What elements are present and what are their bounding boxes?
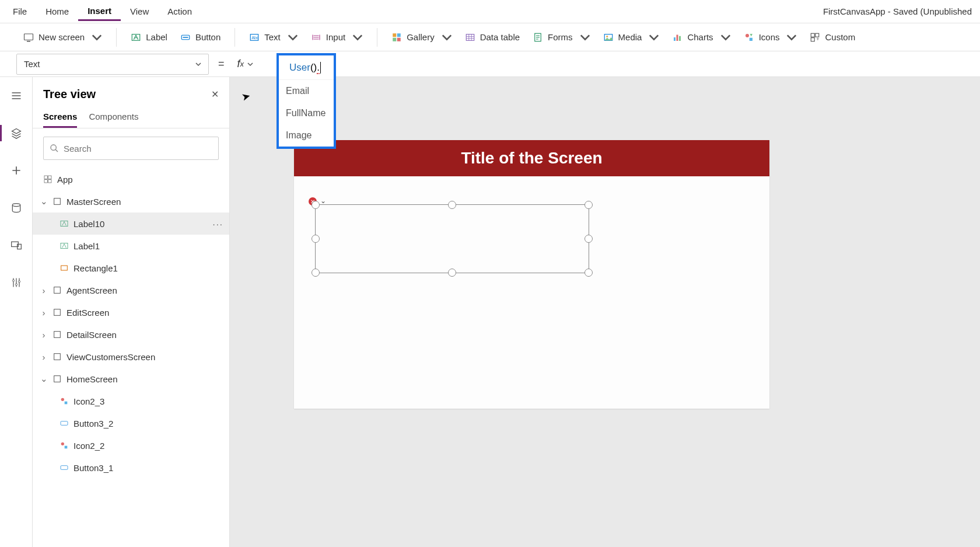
svg-rect-11 bbox=[466, 34, 474, 40]
chevron-down-icon[interactable]: ⌄ bbox=[40, 196, 48, 207]
label-button[interactable]: Label bbox=[126, 29, 172, 46]
fx-button[interactable]: fx bbox=[234, 58, 257, 70]
icon-icon bbox=[60, 441, 69, 450]
autocomplete-item-fullname[interactable]: FullName bbox=[279, 102, 334, 124]
menu-home[interactable]: Home bbox=[36, 3, 78, 20]
charts-label: Charts bbox=[687, 32, 713, 42]
svg-rect-0 bbox=[24, 34, 33, 40]
screen-icon bbox=[23, 32, 34, 43]
input-button[interactable]: Input bbox=[306, 29, 368, 46]
menu-action[interactable]: Action bbox=[158, 3, 201, 20]
chevron-down-icon bbox=[580, 32, 590, 43]
input-icon bbox=[311, 32, 321, 43]
tree-node-button32[interactable]: Button3_2 bbox=[33, 412, 229, 434]
tree-node-button31[interactable]: Button3_1 bbox=[33, 457, 229, 479]
formula-text[interactable]: User(). bbox=[279, 55, 334, 80]
screen-title-bar[interactable]: Title of the Screen bbox=[294, 140, 769, 176]
svg-rect-20 bbox=[811, 33, 815, 37]
tree-node-icon23[interactable]: Icon2_3 bbox=[33, 390, 229, 412]
forms-button[interactable]: Forms bbox=[528, 29, 595, 46]
tab-screens[interactable]: Screens bbox=[43, 107, 77, 128]
chevron-right-icon[interactable]: › bbox=[40, 285, 48, 295]
tree-node-label: Icon2_2 bbox=[74, 441, 104, 451]
resize-handle[interactable] bbox=[448, 201, 456, 209]
chevron-right-icon[interactable]: › bbox=[40, 352, 48, 362]
svg-text:Abc: Abc bbox=[252, 36, 259, 40]
selected-label-box[interactable]: ✕ ⌄ bbox=[315, 204, 589, 273]
svg-rect-41 bbox=[54, 332, 61, 338]
resize-handle[interactable] bbox=[312, 201, 320, 209]
menu-view[interactable]: View bbox=[121, 3, 158, 20]
devices-icon bbox=[10, 239, 22, 251]
tree-view-button[interactable] bbox=[6, 123, 27, 144]
tab-components[interactable]: Components bbox=[89, 107, 138, 128]
chevron-right-icon[interactable]: › bbox=[40, 330, 48, 340]
data-button[interactable] bbox=[6, 197, 27, 218]
icons-button[interactable]: Icons bbox=[739, 29, 802, 46]
formula-input[interactable] bbox=[262, 54, 964, 75]
tree-search[interactable] bbox=[43, 137, 219, 160]
resize-handle[interactable] bbox=[312, 235, 320, 243]
error-chevron-icon[interactable]: ⌄ bbox=[320, 197, 326, 205]
tree-node-detailscreen[interactable]: › DetailScreen bbox=[33, 323, 229, 346]
chevron-down-icon bbox=[247, 61, 253, 67]
input-label: Input bbox=[326, 32, 345, 42]
autocomplete-item-image[interactable]: Image bbox=[279, 124, 334, 147]
tree-node-agentscreen[interactable]: › AgentScreen bbox=[33, 279, 229, 301]
resize-handle[interactable] bbox=[584, 235, 593, 243]
menu-file[interactable]: File bbox=[4, 3, 36, 20]
tree-title: Tree view bbox=[43, 88, 96, 101]
tree-node-label1[interactable]: Label1 bbox=[33, 235, 229, 257]
property-select[interactable]: Text bbox=[16, 54, 209, 75]
tree-node-icon22[interactable]: Icon2_2 bbox=[33, 434, 229, 457]
close-tree-button[interactable]: ✕ bbox=[211, 89, 219, 100]
custom-button[interactable]: + Custom bbox=[805, 29, 860, 46]
forms-icon bbox=[533, 32, 543, 43]
chevron-down-icon[interactable]: ⌄ bbox=[40, 374, 48, 384]
formula-bar: Text = fx bbox=[0, 51, 980, 77]
charts-button[interactable]: Charts bbox=[667, 29, 735, 46]
tree-node-label: Label1 bbox=[74, 241, 100, 251]
media-rail-button[interactable] bbox=[6, 235, 27, 256]
new-screen-button[interactable]: New screen bbox=[19, 29, 107, 46]
media-button[interactable]: Media bbox=[598, 29, 664, 46]
hamburger-button[interactable] bbox=[6, 85, 27, 106]
button-button[interactable]: Button bbox=[176, 29, 225, 46]
tree-node-rectangle1[interactable]: Rectangle1 bbox=[33, 257, 229, 279]
advanced-tools-button[interactable] bbox=[6, 272, 27, 293]
text-button[interactable]: Abc Text bbox=[244, 29, 303, 46]
autocomplete-item-email[interactable]: Email bbox=[279, 80, 334, 102]
resize-handle[interactable] bbox=[584, 269, 593, 277]
tree-node-homescreen[interactable]: ⌄ HomeScreen bbox=[33, 368, 229, 390]
tree-search-input[interactable] bbox=[64, 144, 212, 154]
tree-node-masterscreen[interactable]: ⌄ MasterScreen bbox=[33, 190, 229, 212]
screen-canvas[interactable]: Title of the Screen ✕ ⌄ bbox=[294, 140, 769, 409]
tree-list[interactable]: App ⌄ MasterScreen Label10 ··· Label1 Re… bbox=[33, 168, 229, 547]
resize-handle[interactable] bbox=[584, 201, 593, 209]
button-icon bbox=[180, 32, 191, 43]
data-table-button[interactable]: Data table bbox=[460, 29, 524, 46]
svg-point-27 bbox=[12, 280, 14, 281]
svg-rect-1 bbox=[27, 41, 30, 42]
add-button[interactable] bbox=[6, 160, 27, 181]
tree-node-editscreen[interactable]: › EditScreen bbox=[33, 301, 229, 323]
chevron-down-icon bbox=[720, 32, 731, 43]
svg-rect-45 bbox=[65, 402, 68, 405]
canvas-area[interactable]: ➤ Title of the Screen ✕ ⌄ bbox=[230, 77, 980, 547]
svg-rect-49 bbox=[61, 466, 68, 470]
chevron-right-icon[interactable]: › bbox=[40, 308, 48, 318]
formula-fn: User bbox=[289, 62, 310, 73]
tree-node-label: Icon2_3 bbox=[74, 396, 104, 406]
menu-insert[interactable]: Insert bbox=[78, 2, 121, 21]
gallery-button[interactable]: Gallery bbox=[387, 29, 457, 46]
icons-label: Icons bbox=[759, 32, 780, 42]
more-button[interactable]: ··· bbox=[212, 219, 223, 229]
screen-icon bbox=[52, 285, 62, 295]
resize-handle[interactable] bbox=[448, 269, 456, 277]
resize-handle[interactable] bbox=[312, 269, 320, 277]
tree-node-viewcustomersscreen[interactable]: › ViewCustomersScreen bbox=[33, 346, 229, 368]
tree-app-root[interactable]: App bbox=[33, 168, 229, 190]
menu-bar: File Home Insert View Action FirstCanvas… bbox=[0, 0, 980, 23]
svg-rect-9 bbox=[393, 37, 396, 41]
tree-node-label10[interactable]: Label10 ··· bbox=[33, 212, 229, 235]
